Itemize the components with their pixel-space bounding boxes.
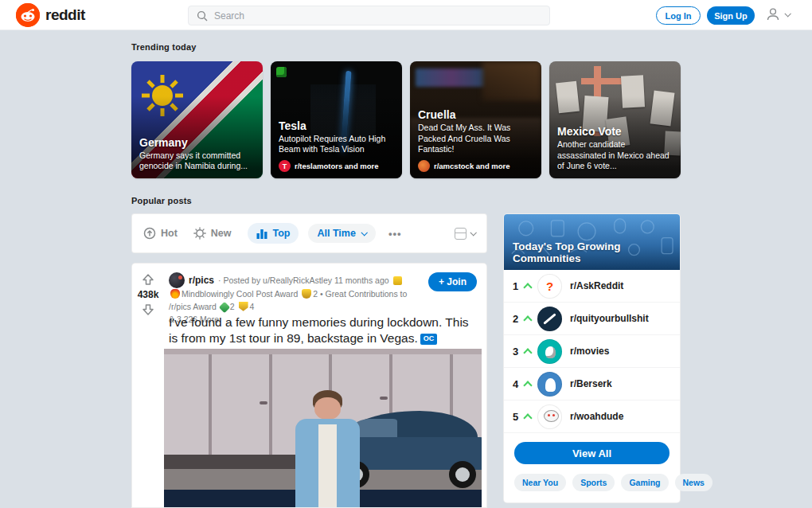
askreddit-avatar [537, 274, 562, 299]
trending-title: Tesla [279, 119, 396, 132]
login-button[interactable]: Log In [656, 6, 701, 25]
shield-award-icon [239, 302, 248, 311]
search-icon [197, 10, 208, 21]
signup-button[interactable]: Sign Up [707, 6, 755, 25]
post-card: 438k r/pics · Posted by u/ReallyRickAstl… [131, 263, 487, 508]
sort-hot[interactable]: Hot [143, 227, 178, 240]
berserk-avatar [537, 372, 562, 397]
sort-bar: Hot New Top All Time ••• [131, 213, 487, 253]
time-filter-dropdown[interactable]: All Time [308, 224, 376, 243]
chevron-down-icon [784, 10, 791, 17]
hot-icon [143, 227, 156, 240]
trending-subtitle: Another candidate assassinated in Mexico… [557, 139, 674, 172]
growth-up-icon [523, 283, 532, 291]
tag-gaming[interactable]: Gaming [621, 474, 668, 491]
user-icon [765, 6, 781, 22]
trending-attribution: T r/teslamotors and more [279, 160, 396, 172]
category-tags: Near You Sports Gaming News [504, 474, 680, 491]
vote-column: 438k [132, 264, 164, 507]
subreddit-link[interactable]: r/pics [189, 275, 214, 286]
growth-up-icon [523, 348, 532, 357]
new-icon [193, 227, 206, 240]
chevron-down-icon [470, 229, 476, 236]
person-illustration [295, 390, 361, 508]
subreddit-avatar [169, 272, 185, 288]
top-communities-widget: Today's Top Growing Communities 1 r/AskR… [503, 213, 681, 503]
widget-banner: Today's Top Growing Communities [504, 214, 680, 270]
reddit-wordmark: reddit [45, 6, 85, 24]
trending-attribution: r/amcstock and more [418, 160, 535, 172]
mindblowing-award-icon [170, 289, 180, 299]
trophy-award-icon [302, 289, 311, 299]
trending-title: Germany [139, 136, 256, 149]
widget-title: Today's Top Growing Communities [513, 240, 671, 264]
trending-heading: Trending today [131, 42, 197, 52]
oc-badge: OC [420, 334, 438, 345]
view-all-button[interactable]: View All [514, 442, 670, 464]
upvote-button[interactable] [140, 272, 156, 287]
community-row-woahdude[interactable]: 5 r/woahdude [504, 401, 680, 433]
trending-cards: Germany Germany says it committed genoci… [131, 61, 681, 178]
snoo-logo-icon [16, 3, 40, 27]
community-row-berserk[interactable]: 4 r/Berserk [504, 368, 680, 401]
top-navbar: reddit Log In Sign Up [0, 0, 812, 30]
amcstock-subreddit-icon [418, 160, 430, 172]
post-meta[interactable]: · Posted by u/ReallyRickAstley 11 months… [218, 275, 389, 285]
tag-sports[interactable]: Sports [572, 474, 615, 491]
vote-count: 438k [138, 289, 159, 300]
join-button[interactable]: + Join [428, 272, 477, 291]
community-row-movies[interactable]: 3 r/movies [504, 335, 680, 368]
tag-near-you[interactable]: Near You [514, 474, 566, 491]
trending-subtitle: Germany says it committed genocide in Na… [139, 150, 256, 172]
top-bars-icon [256, 227, 268, 240]
trending-card-tesla[interactable]: Tesla Autopilot Requires Auto High Beam … [271, 61, 402, 178]
trending-subtitle: Autopilot Requires Auto High Beam with T… [279, 134, 396, 155]
popular-posts-heading: Popular posts [131, 196, 192, 205]
search-bar[interactable] [188, 6, 550, 25]
community-row-askreddit[interactable]: 1 r/AskReddit [504, 270, 680, 303]
teslamotors-subreddit-icon: T [279, 160, 291, 172]
trending-card-cruella[interactable]: Cruella Dead Cat My Ass. It Was Packed A… [410, 61, 541, 178]
gem-award-icon [219, 302, 230, 313]
growth-up-icon [523, 413, 532, 422]
trending-title: Cruella [418, 108, 535, 121]
trending-card-germany[interactable]: Germany Germany says it committed genoci… [131, 61, 263, 178]
trending-title: Mexico Vote [557, 125, 674, 138]
post-title[interactable]: I've found a few funny memories during l… [169, 315, 475, 346]
gold-award-icon [393, 276, 402, 285]
reddit-homepage: reddit Log In Sign Up Trending today [0, 0, 812, 508]
growth-up-icon [523, 381, 532, 389]
chevron-down-icon [361, 229, 367, 236]
sort-new[interactable]: New [193, 227, 232, 240]
quityourbullshit-avatar [537, 307, 562, 331]
post-image[interactable] [164, 349, 482, 508]
growth-up-icon [523, 315, 532, 324]
reddit-logo[interactable]: reddit [16, 3, 85, 27]
view-mode-selector[interactable] [455, 228, 475, 240]
community-row-quityourbullshit[interactable]: 2 r/quityourbullshit [504, 303, 680, 335]
user-menu[interactable] [765, 6, 790, 22]
trending-subtitle: Dead Cat My Ass. It Was Packed And Cruel… [418, 123, 535, 155]
movies-avatar [537, 339, 562, 364]
downvote-button[interactable] [140, 302, 156, 318]
sort-top[interactable]: Top [248, 223, 299, 244]
trending-card-mexico[interactable]: Mexico Vote Another candidate assassinat… [549, 61, 681, 178]
more-sort-options[interactable]: ••• [388, 228, 402, 240]
woahdude-avatar [537, 404, 562, 429]
card-view-icon [455, 228, 467, 240]
tag-news[interactable]: News [675, 474, 712, 491]
search-input[interactable] [214, 10, 541, 21]
